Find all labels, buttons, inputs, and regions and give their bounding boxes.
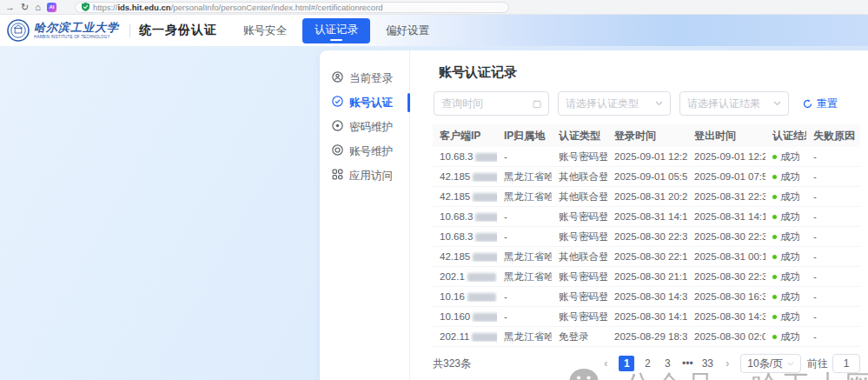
auth-type-select[interactable]: 请选择认证类型 <box>558 91 671 116</box>
cell-logout-time: 2025-08-31 14:12:44 <box>687 211 765 222</box>
date-range-picker[interactable] <box>434 91 549 116</box>
cell-auth-type: 账号密码登录 <box>552 290 607 303</box>
ip-redacted-blur <box>475 213 497 222</box>
pagination: ‹123•••33›10条/页前往 <box>599 354 860 373</box>
cell-logout-time: 2025-08-31 00:11:48 <box>687 251 765 262</box>
app-grid-icon <box>332 169 343 183</box>
auth-result-placeholder: 请选择认证结果 <box>687 97 760 111</box>
column-header-认证类型: 认证类型 <box>552 129 607 143</box>
sidebar-item-label: 当前登录 <box>349 71 393 86</box>
cell-client-ip: 202.11 <box>433 331 497 342</box>
cell-logout-time: 2025-08-30 14:37:10 <box>687 311 765 322</box>
sidebar-item-当前登录[interactable]: 当前登录 <box>320 66 409 90</box>
cell-ip-location: - <box>497 211 552 222</box>
reload-icon[interactable]: ↻ <box>21 3 29 12</box>
cell-auth-result: 成功 <box>765 270 806 283</box>
ip-prefix: 42.185 <box>440 191 470 202</box>
sidebar-item-label: 密码维护 <box>349 120 393 135</box>
cell-auth-result: 成功 <box>765 330 806 343</box>
chevron-down-icon <box>787 362 794 366</box>
university-name-cn: 哈尔滨工业大学 <box>34 22 119 33</box>
cell-auth-type: 其他联合登录 <box>552 170 607 183</box>
cell-ip-location: - <box>497 311 552 322</box>
goto-page-input[interactable] <box>832 354 860 373</box>
success-dot-icon <box>772 295 777 299</box>
table-row: 10.68.3-账号密码登录2025-09-01 12:26:362025-09… <box>433 147 860 167</box>
header-nav: 账号安全认证记录偏好设置 <box>235 18 438 43</box>
cell-fail-reason: - <box>806 271 860 282</box>
address-bar[interactable]: https://ids.hit.edu.cn/personalInfo/pers… <box>75 2 509 13</box>
auth-records-table: 客户端IPIP归属地认证类型登录时间登出时间认证结果失败原因 10.68.3-账… <box>433 124 860 347</box>
tab-label: 认证记录 <box>315 23 358 37</box>
cell-logout-time: 2025-09-01 12:28:36 <box>687 151 765 162</box>
auth-result-select[interactable]: 请选择认证结果 <box>679 91 789 116</box>
ip-prefix: 10.68.3 <box>440 151 473 162</box>
forward-icon[interactable]: → <box>5 3 15 12</box>
sidebar-item-label: 应用访问 <box>349 169 393 183</box>
ip-prefix: 42.185 <box>440 171 470 182</box>
cell-login-time: 2025-08-30 14:37:10 <box>607 291 687 302</box>
page-button-1[interactable]: 1 <box>619 356 634 371</box>
cell-ip-location: - <box>497 151 552 162</box>
cell-auth-result: 成功 <box>765 310 806 323</box>
sidebar-item-账号维护[interactable]: 账号维护 <box>320 139 409 163</box>
cell-login-time: 2025-09-01 05:53:46 <box>607 171 687 182</box>
sidebar-item-label: 账号维护 <box>349 144 393 159</box>
tab-偏好设置[interactable]: 偏好设置 <box>377 18 438 43</box>
table-row: 202.11黑龙江省哈...免登录2025-08-29 18:33:052025… <box>433 327 860 347</box>
cell-auth-result: 成功 <box>765 290 806 303</box>
browser-window: → ↻ ⌂ AI https://ids.hit.edu.cn/personal… <box>0 0 868 380</box>
page-button-2[interactable]: 2 <box>640 356 654 371</box>
cell-fail-reason: - <box>806 171 860 182</box>
sidebar-item-应用访问[interactable]: 应用访问 <box>320 163 409 188</box>
extension-icon[interactable]: AI <box>47 3 56 12</box>
result-text: 成功 <box>780 191 800 202</box>
cell-client-ip: 10.68.3 <box>433 151 497 162</box>
page-button-33[interactable]: 33 <box>700 356 714 371</box>
success-dot-icon <box>772 335 777 339</box>
cell-login-time: 2025-08-31 20:22:12 <box>607 191 687 202</box>
cell-client-ip: 42.185 <box>433 251 497 262</box>
table-header-row: 客户端IPIP归属地认证类型登录时间登出时间认证结果失败原因 <box>433 124 860 147</box>
page-button-•••[interactable]: ••• <box>680 356 694 371</box>
cell-client-ip: 42.185 <box>433 191 497 202</box>
cell-auth-type: 免登录 <box>552 330 607 343</box>
cell-ip-location: - <box>497 231 552 242</box>
goto-page: 前往 <box>807 354 860 373</box>
page-size-label: 10条/页 <box>747 357 783 371</box>
cell-client-ip: 10.68.3 <box>433 231 497 242</box>
user-circle-icon <box>332 71 343 85</box>
cell-logout-time: 2025-08-30 02:01:35 <box>687 331 765 342</box>
cell-auth-type: 账号密码登录 <box>552 150 607 163</box>
prev-page-button[interactable]: ‹ <box>599 356 613 371</box>
sidebar-item-密码维护[interactable]: 密码维护 <box>320 115 409 139</box>
table-row: 10.68.3-账号密码登录2025-08-31 14:12:292025-08… <box>433 207 860 227</box>
reset-button[interactable]: 重置 <box>803 97 838 111</box>
page-size-select[interactable]: 10条/页 <box>740 354 801 373</box>
page-button-3[interactable]: 3 <box>660 356 674 371</box>
result-text: 成功 <box>780 291 800 302</box>
ip-redacted-blur <box>467 273 496 282</box>
calendar-icon <box>533 99 541 109</box>
cell-auth-type: 其他联合登录 <box>552 250 607 263</box>
success-dot-icon <box>772 175 777 179</box>
cell-login-time: 2025-08-30 21:16:27 <box>607 271 687 282</box>
cell-ip-location: - <box>497 291 552 302</box>
tab-账号安全[interactable]: 账号安全 <box>235 18 295 43</box>
cell-auth-result: 成功 <box>765 150 806 163</box>
cell-client-ip: 10.160 <box>433 311 497 322</box>
next-page-button[interactable]: › <box>720 356 734 371</box>
cell-client-ip: 202.1 <box>433 271 497 282</box>
column-header-IP归属地: IP归属地 <box>497 129 552 143</box>
cell-auth-type: 账号密码登录 <box>552 270 607 283</box>
tab-label: 偏好设置 <box>386 24 429 37</box>
ip-prefix: 10.68.3 <box>440 211 473 222</box>
tab-认证记录[interactable]: 认证记录 <box>302 18 370 43</box>
home-icon[interactable]: ⌂ <box>35 3 41 12</box>
target-circle-icon <box>332 144 343 158</box>
date-input[interactable] <box>441 97 533 110</box>
sidebar-item-账号认证[interactable]: 账号认证 <box>320 90 409 115</box>
table-row: 10.160-账号密码登录2025-08-30 14:10:062025-08-… <box>433 307 860 327</box>
cell-ip-location: 黑龙江省哈... <box>497 190 552 203</box>
success-dot-icon <box>772 315 777 319</box>
